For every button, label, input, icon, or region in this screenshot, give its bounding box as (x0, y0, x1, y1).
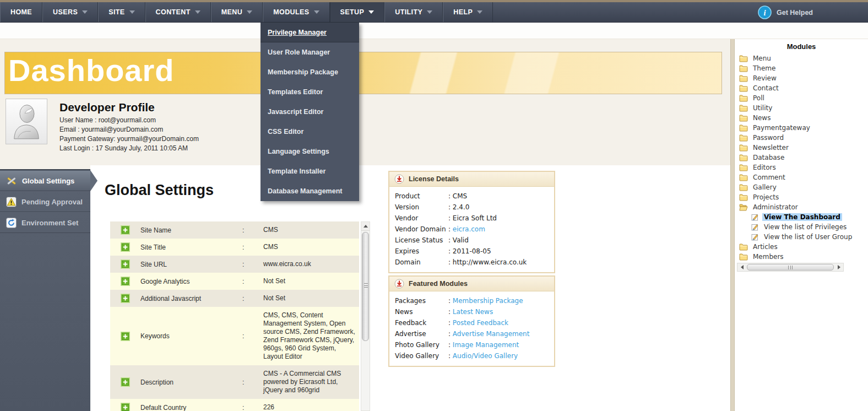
setup-menu-item-css-editor[interactable]: CSS Editor (261, 122, 359, 142)
tree-item-members[interactable]: Members (737, 252, 867, 262)
tree-item-label: View the list of Privileges (762, 223, 848, 231)
tree-item-editors[interactable]: Editors (737, 163, 867, 172)
featured-module-link[interactable]: Latest News (453, 308, 493, 316)
panel-divider (730, 39, 735, 411)
modules-horizontal-scrollbar[interactable] (737, 263, 844, 272)
setup-menu-item-user-role-manager[interactable]: User Role Manager (261, 42, 359, 62)
scroll-right-button[interactable] (834, 263, 843, 271)
setup-menu-item-template-installer[interactable]: Template Installer (261, 161, 359, 181)
license-value: : Eicra Soft Ltd (448, 213, 497, 224)
setting-label: Site URL (140, 261, 242, 268)
tree-item-utility[interactable]: Utility (737, 103, 867, 113)
expand-row-button[interactable] (110, 332, 140, 341)
tree-item-label: Utility (751, 104, 774, 112)
nav-item-utility[interactable]: UTILITY (384, 2, 443, 22)
tree-item-label: Members (751, 253, 785, 261)
featured-panel-title: Featured Modules (409, 280, 468, 288)
nav-item-setup[interactable]: SETUP (330, 2, 385, 22)
featured-module-link[interactable]: Audio/Video Gallery (453, 352, 518, 360)
featured-rows: Packages: Membership PackageNews: Latest… (389, 291, 554, 366)
tree-item-comment[interactable]: Comment (737, 172, 867, 182)
expand-row-button[interactable] (110, 277, 140, 286)
nav-item-site[interactable]: SITE (98, 2, 145, 22)
folder-icon (739, 55, 748, 62)
tree-item-label: View The Dashboard (762, 213, 842, 221)
expand-row-button[interactable] (110, 225, 140, 235)
featured-module-row: Advertise: Advertise Management (395, 328, 549, 339)
tree-item-paymentgateway[interactable]: Paymentgateway (737, 123, 867, 133)
tree-item-review[interactable]: Review (737, 73, 867, 83)
sidebar-tab-pending-approval[interactable]: Pending Approval (0, 191, 90, 212)
tree-item-view-the-list-of-privileges[interactable]: View the list of Privileges (737, 222, 867, 232)
sidebar-tab-label: Environment Set (21, 219, 78, 227)
setting-label: Site Title (140, 244, 242, 251)
sidebar-tab-global-settings[interactable]: Global Settings (0, 170, 90, 191)
horizontal-scroll-thumb[interactable] (747, 264, 834, 271)
setup-menu-item-language-settings[interactable]: Language Settings (261, 142, 359, 161)
scroll-left-button[interactable] (737, 263, 746, 271)
expand-row-button[interactable] (110, 294, 140, 303)
vertical-scroll-thumb[interactable] (362, 232, 369, 341)
edit-icon (751, 213, 759, 221)
setting-label: Additional Javascript (140, 295, 242, 302)
setup-menu-item-privilege-manager[interactable]: Privilege Manager (261, 23, 359, 42)
setting-value: 226 (263, 399, 359, 411)
expand-row-button[interactable] (110, 377, 140, 387)
tree-item-database[interactable]: Database (737, 153, 867, 163)
license-link[interactable]: eicra.com (453, 225, 485, 233)
colon-separator: : (242, 295, 263, 302)
expand-row-button[interactable] (110, 259, 140, 269)
plus-icon (121, 332, 130, 341)
nav-item-label: CONTENT (156, 8, 191, 16)
featured-module-link[interactable]: Posted Feedback (453, 319, 508, 327)
setup-menu-item-database-management[interactable]: Database Management (261, 181, 359, 201)
tree-item-menu[interactable]: Menu (737, 53, 867, 63)
tree-item-news[interactable]: News (737, 113, 867, 123)
tree-item-projects[interactable]: Projects (737, 192, 867, 202)
settings-row-keywords: Keywords:CMS, CMS, Content Management Sy… (110, 307, 359, 365)
expand-row-button[interactable] (110, 403, 140, 411)
nav-item-content[interactable]: CONTENT (145, 2, 211, 22)
tree-item-newsletter[interactable]: Newsletter (737, 143, 867, 153)
sidebar-tab-environment-set[interactable]: Environment Set (0, 212, 90, 233)
featured-module-label: News (395, 306, 448, 317)
featured-module-link[interactable]: Membership Package (453, 297, 523, 305)
settings-vertical-scrollbar[interactable] (361, 221, 370, 411)
tree-item-theme[interactable]: Theme (737, 63, 867, 73)
chevron-down-icon (129, 10, 135, 14)
featured-module-row: Feedback: Posted Feedback (395, 317, 549, 328)
settings-row-site-name: Site Name:CMS (110, 221, 359, 239)
nav-item-home[interactable]: HOME (0, 2, 42, 22)
tree-item-view-the-dashboard[interactable]: View The Dashboard (737, 212, 867, 222)
tree-item-view-the-list-of-user-group[interactable]: View the list of User Group (737, 232, 867, 242)
license-value: : http://www.eicra.co.uk (448, 257, 527, 268)
tree-item-articles[interactable]: Articles (737, 242, 867, 252)
download-icon (394, 174, 404, 184)
chevron-down-icon (314, 10, 319, 14)
colon-separator: : (242, 278, 263, 285)
setup-menu-item-membership-package[interactable]: Membership Package (261, 62, 359, 82)
featured-module-link[interactable]: Image Management (453, 341, 519, 349)
tree-item-password[interactable]: Password (737, 133, 867, 143)
scroll-up-button[interactable] (361, 222, 370, 231)
tree-item-poll[interactable]: Poll (737, 93, 867, 103)
tree-item-contact[interactable]: Contact (737, 83, 867, 93)
folder-icon (739, 85, 748, 92)
nav-item-help[interactable]: HELP (443, 2, 493, 22)
nav-item-users[interactable]: USERS (42, 2, 98, 22)
license-rows: Product: CMSVersion: 2.4.0Vendor: Eicra … (389, 187, 554, 272)
nav-item-modules[interactable]: MODULES (263, 2, 329, 22)
folder-icon (739, 134, 748, 142)
tree-item-label: Theme (751, 64, 777, 72)
license-panel-title: License Details (409, 175, 459, 183)
expand-row-button[interactable] (110, 242, 140, 252)
setup-menu-item-templates-editor[interactable]: Templates Editor (261, 82, 359, 102)
setup-menu-item-javascript-editor[interactable]: Javascript Editor (261, 102, 359, 122)
featured-module-link[interactable]: Advertise Management (453, 330, 530, 338)
nav-item-menu[interactable]: MENU (211, 2, 263, 22)
tree-item-gallery[interactable]: Gallery (737, 182, 867, 192)
get-help-button[interactable]: i Get Helped (758, 2, 813, 23)
modules-panel-title: Modules (735, 39, 868, 51)
folder-icon (739, 65, 748, 72)
tree-item-administrator[interactable]: Administrator (737, 202, 867, 212)
